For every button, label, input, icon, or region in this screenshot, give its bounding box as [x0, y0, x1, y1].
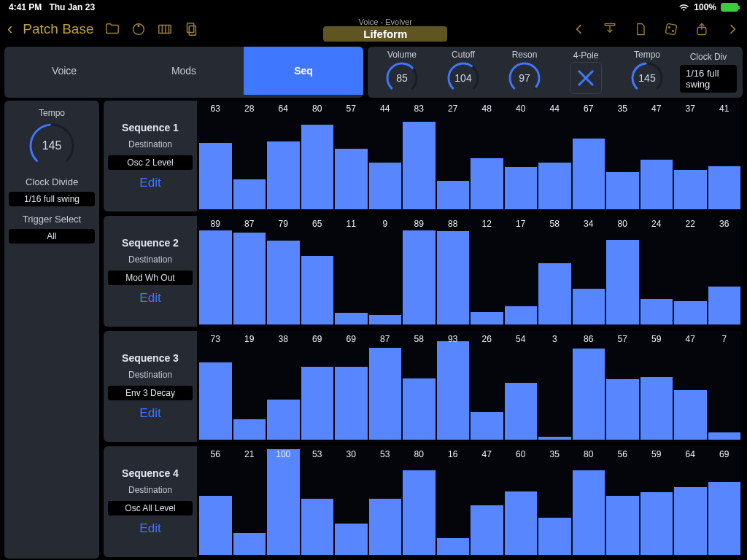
- seq-step[interactable]: 40: [505, 104, 538, 209]
- tab-mods[interactable]: Mods: [124, 47, 244, 95]
- volume-knob[interactable]: 85: [385, 61, 419, 95]
- download-icon[interactable]: [603, 22, 617, 36]
- seq-step[interactable]: 44: [538, 104, 571, 209]
- seq-step[interactable]: 56: [606, 449, 639, 555]
- piano-icon[interactable]: [157, 21, 173, 37]
- seq-step[interactable]: 37: [674, 104, 707, 209]
- copy-icon[interactable]: [183, 21, 199, 37]
- seq-step[interactable]: 16: [437, 449, 470, 555]
- seq-step[interactable]: 69: [301, 334, 334, 440]
- seq-step[interactable]: 53: [301, 449, 334, 555]
- clockdiv-select[interactable]: 1/16 full swing: [680, 65, 737, 93]
- seq-step[interactable]: 57: [606, 334, 639, 440]
- seq-step[interactable]: 30: [335, 449, 368, 555]
- prev-icon[interactable]: [572, 22, 587, 36]
- seq-step[interactable]: 56: [199, 449, 232, 555]
- cutoff-knob[interactable]: 104: [446, 61, 480, 95]
- seq-step[interactable]: 44: [369, 104, 402, 209]
- seq-step[interactable]: 58: [403, 334, 436, 440]
- seq-step[interactable]: 73: [199, 334, 232, 440]
- side-tempo-knob[interactable]: 145: [28, 122, 75, 169]
- seq-step[interactable]: 80: [606, 219, 639, 324]
- destination-select[interactable]: Env 3 Decay: [108, 386, 193, 400]
- seq-step[interactable]: 86: [573, 334, 605, 440]
- pole-toggle[interactable]: [570, 62, 602, 94]
- tempo-label: Tempo: [634, 50, 660, 60]
- seq-step[interactable]: 7: [708, 334, 741, 440]
- new-doc-icon[interactable]: [633, 22, 648, 36]
- seq-step[interactable]: 21: [233, 449, 266, 555]
- side-clock-select[interactable]: 1/16 full swing: [9, 192, 95, 206]
- side-trigger-select[interactable]: All: [9, 229, 95, 244]
- seq-step[interactable]: 57: [335, 104, 368, 209]
- seq-step[interactable]: 80: [403, 449, 436, 555]
- seq-step[interactable]: 41: [708, 104, 741, 209]
- edit-button[interactable]: Edit: [139, 176, 160, 190]
- seq-step[interactable]: 3: [538, 334, 571, 440]
- seq-step[interactable]: 47: [640, 104, 673, 209]
- seq-step[interactable]: 58: [538, 219, 571, 324]
- seq-step[interactable]: 11: [335, 219, 368, 324]
- tab-voice[interactable]: Voice: [4, 47, 124, 95]
- seq-step[interactable]: 17: [505, 219, 538, 324]
- seq-step[interactable]: 87: [369, 334, 402, 440]
- seq-step[interactable]: 35: [606, 104, 639, 209]
- seq-step[interactable]: 54: [505, 334, 538, 440]
- seq-step[interactable]: 80: [573, 449, 605, 555]
- seq-step[interactable]: 35: [538, 449, 571, 555]
- share-icon[interactable]: [694, 22, 709, 36]
- seq-step[interactable]: 100: [267, 449, 300, 555]
- edit-button[interactable]: Edit: [139, 406, 160, 421]
- dice-icon[interactable]: [664, 22, 678, 36]
- seq-step[interactable]: 65: [301, 219, 334, 324]
- seq-step[interactable]: 24: [640, 219, 673, 324]
- next-icon[interactable]: [725, 22, 740, 36]
- seq-step[interactable]: 12: [471, 219, 503, 324]
- seq-step[interactable]: 88: [437, 219, 470, 324]
- seq-step[interactable]: 79: [267, 219, 300, 324]
- seq-step[interactable]: 47: [471, 449, 503, 555]
- seq-step[interactable]: 67: [573, 104, 605, 209]
- seq-step[interactable]: 48: [471, 104, 503, 209]
- destination-select[interactable]: Osc 2 Level: [108, 155, 193, 170]
- seq-step[interactable]: 83: [403, 104, 436, 209]
- seq-step[interactable]: 63: [199, 104, 232, 209]
- destination-select[interactable]: Mod Wh Out: [108, 271, 193, 285]
- seq-step[interactable]: 89: [403, 219, 436, 324]
- seq-step[interactable]: 53: [369, 449, 402, 555]
- seq-step[interactable]: 60: [505, 449, 538, 555]
- seq-step[interactable]: 69: [708, 449, 741, 555]
- seq-step[interactable]: 80: [301, 104, 334, 209]
- seq-step[interactable]: 38: [267, 334, 300, 440]
- edit-button[interactable]: Edit: [139, 521, 160, 536]
- patch-name[interactable]: Lifeform: [323, 26, 447, 42]
- seq-step[interactable]: 69: [335, 334, 368, 440]
- back-chevron-icon[interactable]: ‹: [7, 20, 12, 39]
- seq-step[interactable]: 87: [233, 219, 266, 324]
- dial-icon[interactable]: [131, 21, 147, 37]
- seq-step[interactable]: 26: [471, 334, 503, 440]
- svg-rect-10: [665, 23, 676, 34]
- seq-step[interactable]: 64: [674, 449, 707, 555]
- edit-button[interactable]: Edit: [139, 291, 160, 306]
- tempo-knob[interactable]: 145: [630, 61, 664, 95]
- seq-step[interactable]: 93: [437, 334, 470, 440]
- reson-knob[interactable]: 97: [508, 61, 541, 95]
- seq-step[interactable]: 34: [573, 219, 605, 324]
- seq-step[interactable]: 89: [199, 219, 232, 324]
- seq-step[interactable]: 59: [640, 334, 673, 440]
- seq-step[interactable]: 36: [708, 219, 741, 324]
- destination-select[interactable]: Osc All Level: [108, 501, 193, 516]
- back-title[interactable]: Patch Base: [23, 21, 93, 37]
- seq-step[interactable]: 9: [369, 219, 402, 324]
- seq-step[interactable]: 28: [233, 104, 266, 209]
- seq-step[interactable]: 19: [233, 334, 266, 440]
- seq-step[interactable]: 59: [640, 449, 673, 555]
- sequence-row: Sequence 2 Destination Mod Wh Out Edit 8…: [104, 216, 743, 327]
- folder-icon[interactable]: [104, 21, 120, 37]
- seq-step[interactable]: 47: [674, 334, 707, 440]
- seq-step[interactable]: 22: [674, 219, 707, 324]
- seq-step[interactable]: 64: [267, 104, 300, 209]
- seq-step[interactable]: 27: [437, 104, 470, 209]
- tab-seq[interactable]: Seq: [244, 47, 363, 95]
